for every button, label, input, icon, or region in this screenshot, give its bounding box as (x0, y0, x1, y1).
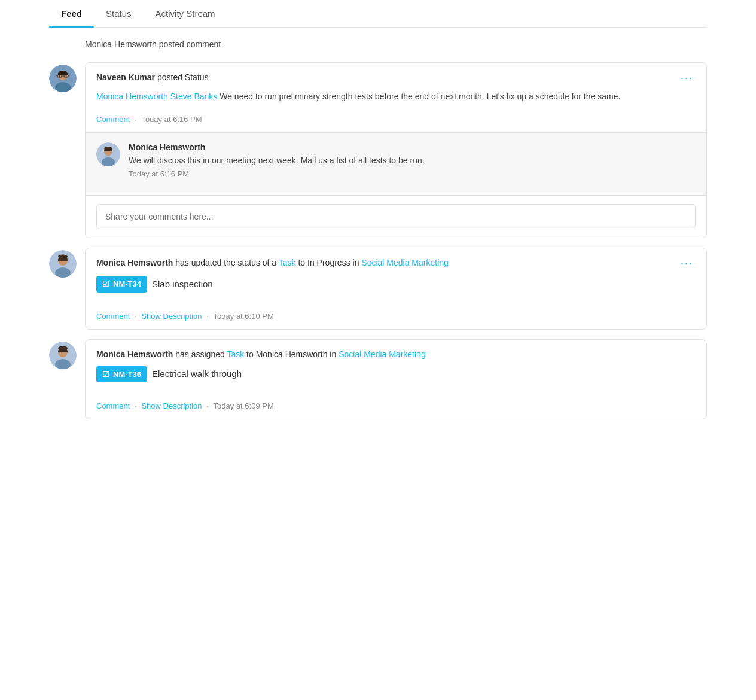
comment-body-monica: Monica Hemsworth We will discuss this in… (129, 142, 696, 178)
more-options-btn-post1[interactable]: ··· (678, 72, 696, 83)
card-header-post1: Naveen Kumar posted Status ··· (86, 63, 706, 90)
task-badge-post3[interactable]: ☑ NM-T36 (96, 366, 147, 383)
comment-input-wrap-post1 (86, 195, 706, 238)
show-description-post2[interactable]: Show Description (141, 312, 202, 321)
comment-time: Today at 6:16 PM (129, 169, 696, 178)
comment-author: Monica Hemsworth (129, 142, 696, 152)
tab-feed[interactable]: Feed (49, 0, 94, 27)
task-link-post2[interactable]: Task (279, 258, 296, 267)
project-link-post2[interactable]: Social Media Marketing (361, 258, 449, 267)
svg-point-9 (66, 75, 67, 77)
feed-card-post1: Naveen Kumar posted Status ··· Monica He… (85, 62, 707, 238)
comment-link-post2[interactable]: Comment (96, 312, 130, 321)
card-body-post1: Monica Hemsworth Steve Banks We need to … (86, 90, 706, 110)
feed-item-post2: Monica Hemsworth has updated the status … (49, 248, 707, 330)
comment-input-post1[interactable] (96, 204, 696, 229)
comment-link-post3[interactable]: Comment (96, 401, 130, 410)
card-footer-post1: Comment ● Today at 6:16 PM (86, 110, 706, 132)
more-options-btn-post2[interactable]: ··· (678, 258, 696, 269)
tab-bar: Feed Status Activity Stream (49, 0, 707, 28)
avatar-naveen (49, 65, 77, 92)
feed-card-post3: Monica Hemsworth has assigned Task to Mo… (85, 339, 707, 420)
show-description-post3[interactable]: Show Description (141, 401, 202, 410)
svg-point-21 (58, 346, 68, 350)
mention-monica[interactable]: Monica Hemsworth (96, 92, 168, 101)
avatar-monica-post2 (49, 250, 77, 278)
card-title-post3: Monica Hemsworth has assigned Task to Mo… (96, 349, 696, 359)
card-header-post3: Monica Hemsworth has assigned Task to Mo… (86, 340, 706, 366)
comment-text: We will discuss this in our meeting next… (129, 154, 696, 167)
timestamp-post1: Today at 6:16 PM (141, 115, 202, 124)
card-footer-post3: Comment ● Show Description ● Today at 6:… (86, 397, 706, 419)
card-footer-post2: Comment ● Show Description ● Today at 6:… (86, 307, 706, 329)
card-header-post2: Monica Hemsworth has updated the status … (86, 248, 706, 276)
feed-item-post3: Monica Hemsworth has assigned Task to Mo… (49, 339, 707, 420)
task-row-post3: ☑ NM-T36 Electrical walk through (96, 366, 696, 383)
task-name-post2: Slab inspection (152, 278, 213, 291)
comment-row-monica: Monica Hemsworth We will discuss this in… (96, 142, 696, 178)
svg-point-13 (104, 147, 112, 150)
task-badge-icon-post3: ☑ (102, 369, 109, 381)
svg-point-17 (58, 255, 68, 259)
section-header: Monica Hemsworth posted comment (49, 39, 707, 49)
tab-status[interactable]: Status (94, 0, 144, 27)
avatar-monica-post3 (49, 342, 77, 369)
comment-section-post1: Monica Hemsworth We will discuss this in… (86, 132, 706, 195)
task-badge-post2[interactable]: ☑ NM-T34 (96, 276, 147, 293)
card-title-post2: Monica Hemsworth has updated the status … (96, 258, 678, 267)
task-name-post3: Electrical walk through (152, 367, 242, 381)
timestamp-post2: Today at 6:10 PM (214, 312, 274, 321)
project-link-post3[interactable]: Social Media Marketing (339, 349, 426, 359)
feed-item-post1: Naveen Kumar posted Status ··· Monica He… (49, 62, 707, 238)
task-link-post3[interactable]: Task (227, 349, 244, 359)
card-title-post1: Naveen Kumar posted Status (96, 72, 678, 82)
card-body-post3: ☑ NM-T36 Electrical walk through (86, 366, 706, 397)
svg-point-8 (59, 75, 60, 77)
task-badge-icon: ☑ (102, 278, 109, 290)
avatar-monica-comment (96, 142, 120, 166)
mention-steve[interactable]: Steve Banks (170, 92, 218, 101)
tab-activity-stream[interactable]: Activity Stream (144, 0, 227, 27)
timestamp-post3: Today at 6:09 PM (214, 401, 274, 410)
task-row-post2: ☑ NM-T34 Slab inspection (96, 276, 696, 293)
card-body-post2: ☑ NM-T34 Slab inspection (86, 276, 706, 307)
comment-link-post1[interactable]: Comment (96, 115, 130, 124)
feed-card-post2: Monica Hemsworth has updated the status … (85, 248, 707, 330)
